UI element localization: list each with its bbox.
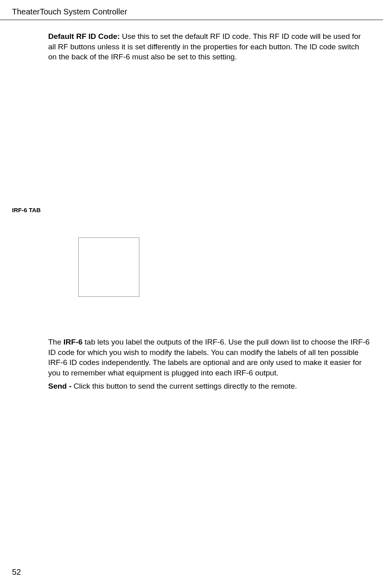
image-placeholder: [78, 237, 139, 297]
paragraph-default-rf-id: Default RF ID Code: Use this to set the …: [48, 31, 365, 62]
page-content: Default RF ID Code: Use this to set the …: [0, 31, 383, 391]
irf6-text: tab lets you label the outputs of the IR…: [48, 338, 370, 377]
send-label: Send -: [48, 382, 73, 390]
header-title: TheaterTouch System Controller: [12, 7, 127, 16]
paragraph-irf6-description: The IRF-6 tab lets you label the outputs…: [48, 337, 371, 378]
page-number: 52: [12, 568, 21, 577]
irf6-prefix: The: [48, 338, 63, 346]
paragraph-send: Send - Click this button to send the cur…: [48, 381, 369, 391]
send-text: Click this button to send the current se…: [73, 382, 297, 390]
page-header: TheaterTouch System Controller: [0, 0, 383, 20]
section-heading-irf6-tab: IRF-6 TAB: [12, 207, 371, 213]
irf6-bold: IRF-6: [63, 338, 83, 346]
default-rf-id-label: Default RF ID Code:: [48, 32, 120, 41]
